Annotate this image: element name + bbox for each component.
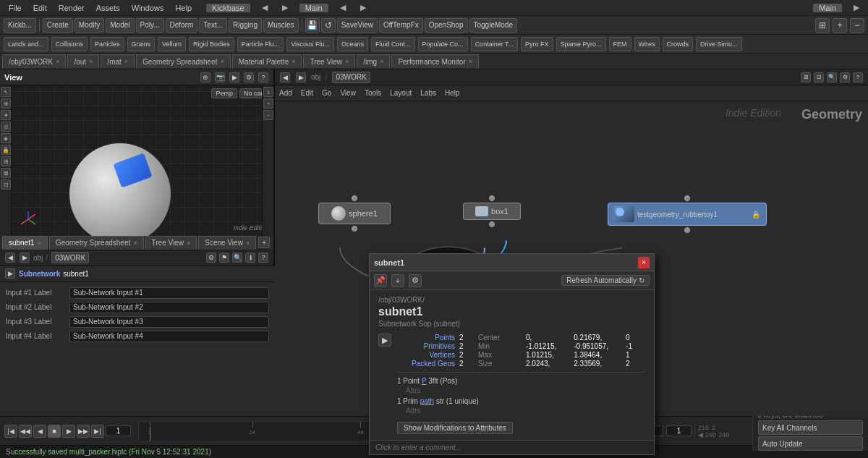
btn-fem[interactable]: FEM bbox=[609, 37, 631, 51]
tl-back-btn[interactable]: ◀ bbox=[33, 425, 46, 438]
ne-menu-help[interactable]: Help bbox=[445, 89, 460, 97]
btn-populateco[interactable]: Populate Co... bbox=[418, 37, 468, 51]
btn-vellum[interactable]: Vellum bbox=[158, 37, 186, 51]
btn-grains[interactable]: Grains bbox=[127, 37, 156, 51]
close-icon-scene[interactable]: × bbox=[246, 239, 250, 247]
comment-input[interactable] bbox=[375, 444, 648, 451]
close-icon-2[interactable]: × bbox=[89, 58, 93, 65]
close-icon-tree2[interactable]: × bbox=[187, 239, 190, 247]
btn-poly[interactable]: Poly... bbox=[136, 18, 164, 33]
node-sphere1[interactable]: sphere1 bbox=[318, 195, 391, 232]
show-mods-btn[interactable]: Show Modifications to Attributes bbox=[397, 422, 513, 434]
select-tool[interactable]: ↖ bbox=[1, 87, 11, 97]
btn-viscousflu[interactable]: Viscous Flu... bbox=[286, 37, 334, 51]
close-icon[interactable]: × bbox=[56, 58, 59, 65]
gear-icon-subnet[interactable]: ⚙ bbox=[206, 253, 216, 263]
ne-settings[interactable]: ⚙ bbox=[840, 72, 850, 82]
arrow-left2[interactable]: ◀ bbox=[334, 3, 352, 12]
help-icon[interactable]: ? bbox=[258, 72, 268, 82]
conn-box1-bot[interactable] bbox=[489, 221, 495, 227]
btn-wires[interactable]: Wires bbox=[634, 37, 660, 51]
tl-play-btn[interactable]: ▶ bbox=[62, 425, 75, 438]
btn-sparsepyro[interactable]: Sparse Pyro... bbox=[556, 37, 606, 51]
menu-edit[interactable]: Edit bbox=[27, 4, 53, 12]
input-field-3[interactable] bbox=[69, 316, 269, 328]
btn-particleflu[interactable]: Particle Flu... bbox=[237, 37, 284, 51]
btn-saveview[interactable]: SaveView bbox=[337, 18, 378, 33]
conn-testgeo-top[interactable] bbox=[684, 195, 690, 201]
tab-img[interactable]: /img × bbox=[357, 54, 390, 68]
btn-deform[interactable]: Deform bbox=[166, 18, 198, 33]
close-icon-4[interactable]: × bbox=[220, 58, 224, 65]
conn-box1-top[interactable] bbox=[489, 195, 495, 201]
input-field-1[interactable] bbox=[69, 287, 269, 299]
ne-03work[interactable]: 03WORK bbox=[332, 72, 370, 83]
btn-kickb[interactable]: Kickb... bbox=[4, 18, 36, 33]
win-btn-settings[interactable]: ⚙ bbox=[409, 274, 422, 287]
help-icon-subnet[interactable]: ? bbox=[258, 253, 268, 263]
tool-r3[interactable]: − bbox=[263, 110, 273, 120]
btn-particles[interactable]: Particles bbox=[90, 37, 124, 51]
node-box1[interactable]: box1 bbox=[463, 195, 521, 227]
ne-menu-go[interactable]: Go bbox=[322, 89, 331, 97]
input-field-4[interactable] bbox=[69, 331, 269, 342]
zoom-icon[interactable]: 🔍 bbox=[232, 253, 242, 263]
key-all-channels-btn[interactable]: Key All Channels bbox=[758, 420, 863, 435]
kickbase-badge[interactable]: Kickbase bbox=[206, 4, 250, 12]
ne-fwd[interactable]: ▶ bbox=[296, 72, 306, 82]
menu-render[interactable]: Render bbox=[53, 4, 90, 12]
undo-icon[interactable]: ↺ bbox=[321, 18, 336, 33]
btn-crowds[interactable]: Crowds bbox=[663, 37, 694, 51]
btn-containert[interactable]: Container T... bbox=[471, 37, 518, 51]
settings-icon[interactable]: ⚙ bbox=[244, 72, 254, 82]
arrow-btn-right[interactable]: ▶ bbox=[848, 3, 865, 12]
plus-icon[interactable]: + bbox=[833, 18, 847, 33]
btn-offtempfx[interactable]: OffTempFx bbox=[379, 18, 423, 33]
arrow-right2[interactable]: ▶ bbox=[354, 3, 372, 12]
tab-subnet1[interactable]: subnet1 × bbox=[2, 236, 48, 250]
tl-end-btn[interactable]: ▶| bbox=[91, 425, 104, 438]
tab-mat[interactable]: /mat × bbox=[101, 54, 135, 68]
node-body-testgeo[interactable]: testgeometry_rubbertoy1 🔒 bbox=[608, 203, 767, 226]
ne-menu-view[interactable]: View bbox=[340, 89, 356, 97]
tl-next-btn[interactable]: ▶▶ bbox=[77, 425, 90, 438]
tl-prev-btn[interactable]: ◀◀ bbox=[19, 425, 32, 438]
path-03work[interactable]: 03WORK bbox=[51, 252, 89, 263]
menu-file[interactable]: File bbox=[3, 4, 27, 12]
tool5[interactable]: ◈ bbox=[1, 133, 11, 143]
nav-fwd[interactable]: ▶ bbox=[20, 253, 30, 263]
ne-menu-tools[interactable]: Tools bbox=[365, 89, 381, 97]
ne-help[interactable]: ? bbox=[853, 72, 863, 82]
tab-perfmon[interactable]: Performance Monitor × bbox=[391, 54, 479, 68]
btn-text[interactable]: Text... bbox=[199, 18, 227, 33]
btn-rigging[interactable]: Rigging bbox=[229, 18, 262, 33]
ne-menu-add[interactable]: Add bbox=[279, 89, 292, 97]
close-icon-5[interactable]: × bbox=[292, 58, 295, 65]
layout-icon[interactable]: ⊞ bbox=[815, 18, 830, 33]
node-testgeometry[interactable]: testgeometry_rubbertoy1 🔒 bbox=[608, 195, 767, 233]
nav-back[interactable]: ◀ bbox=[5, 253, 15, 263]
btn-collisions[interactable]: Collisions bbox=[51, 37, 88, 51]
ne-layout-icon[interactable]: ⊞ bbox=[801, 72, 811, 82]
btn-muscles[interactable]: Muscles bbox=[263, 18, 299, 33]
tool-r2[interactable]: + bbox=[263, 98, 273, 109]
tl-start-btn[interactable]: |◀ bbox=[4, 425, 17, 438]
ne-zoom-in[interactable]: 🔍 bbox=[827, 72, 837, 82]
ne-menu-edit[interactable]: Edit bbox=[301, 89, 313, 97]
win-btn-add[interactable]: + bbox=[391, 274, 404, 287]
close-icon-3[interactable]: × bbox=[124, 58, 128, 65]
input-field-2[interactable] bbox=[69, 302, 269, 313]
conn-sphere1-top[interactable] bbox=[352, 195, 357, 201]
tool8[interactable]: ⊠ bbox=[1, 168, 11, 178]
ne-back[interactable]: ◀ bbox=[280, 72, 290, 82]
tl-stop-btn[interactable]: ■ bbox=[48, 425, 61, 438]
tab-out[interactable]: /out × bbox=[67, 54, 99, 68]
tool3[interactable]: ✦ bbox=[1, 110, 11, 120]
ne-menu-layout[interactable]: Layout bbox=[390, 89, 412, 97]
tool6[interactable]: 🔒 bbox=[1, 145, 11, 155]
tl-frame-field[interactable]: 1 bbox=[106, 425, 131, 436]
btn-modify[interactable]: Modify bbox=[75, 18, 104, 33]
render-icon[interactable]: ▶ bbox=[229, 72, 239, 82]
persp-button[interactable]: Persp bbox=[211, 88, 237, 98]
main-badge[interactable]: Main bbox=[299, 4, 328, 12]
